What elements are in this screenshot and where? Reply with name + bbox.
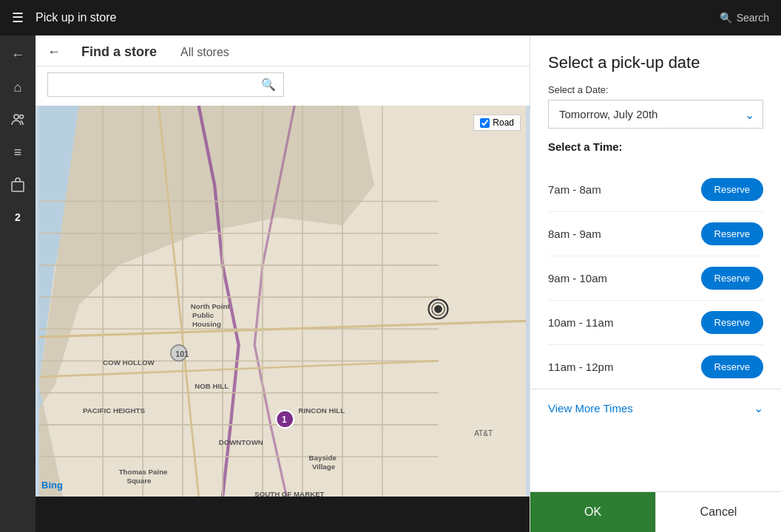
store-search-icon: 🔍 [261,78,276,92]
bing-logo: Bing [41,480,63,491]
svg-text:Bayside: Bayside [309,454,337,462]
top-search-area[interactable]: 🔍 Search [720,12,769,24]
svg-text:SOUTH OF MARKET: SOUTH OF MARKET [254,490,324,497]
att-label: AT&T [474,429,493,437]
sidebar-back-icon[interactable]: ← [4,41,31,68]
road-checkbox[interactable] [480,118,490,128]
search-bar-row: 🔍 [36,66,530,106]
main-layout: ← ⌂ ≡ 2 ← Find a store All stores [0,35,781,532]
hamburger-menu-icon[interactable]: ☰ [12,10,24,26]
reserve-button-2[interactable]: Reserve [701,267,763,290]
store-header: ← Find a store All stores [36,35,530,66]
svg-text:Public: Public [192,311,214,319]
svg-text:Village: Village [312,463,336,471]
time-text-1: 8am - 9am [548,228,601,240]
sidebar: ← ⌂ ≡ 2 [0,35,36,532]
svg-text:COW HOLLOW: COW HOLLOW [103,358,155,366]
svg-text:101: 101 [175,349,189,358]
sidebar-bag-icon[interactable] [4,171,31,198]
sidebar-home-icon[interactable]: ⌂ [4,74,31,100]
sidebar-people-icon[interactable] [4,106,31,133]
svg-text:DOWNTOWN: DOWNTOWN [219,438,263,446]
search-label: Search [737,12,769,24]
reserve-button-3[interactable]: Reserve [701,311,763,334]
store-search-input[interactable] [55,79,261,91]
time-slot-row-0: 7am - 8am Reserve [548,168,763,212]
time-text-3: 10am - 11am [548,316,613,329]
svg-text:RINCON HILL: RINCON HILL [299,406,345,415]
svg-text:NOB HILL: NOB HILL [195,382,229,390]
app-title: Pick up in store [36,11,720,24]
map-svg: COW HOLLOW PACIFIC HEIGHTS NOB HILL DOWN… [36,106,530,497]
svg-text:1: 1 [282,415,287,425]
panel-footer: OK Cancel [530,491,781,532]
bottom-bar [36,497,530,532]
date-section-label: Select a Date: [548,84,763,95]
time-slot-row-2: 9am - 10am Reserve [548,256,763,301]
time-slot-row-4: 11am - 12pm Reserve [548,345,763,389]
reserve-button-1[interactable]: Reserve [701,222,763,245]
date-select-wrapper[interactable]: Tomorrow, July 20th Monday, July 21st Tu… [548,100,763,129]
search-icon: 🔍 [720,12,732,24]
sidebar-number-2: 2 [4,204,31,231]
view-more-chevron-icon: ⌄ [754,401,763,415]
panel-header: Select a pick-up date Select a Date: Tom… [530,35,781,168]
time-text-0: 7am - 8am [548,183,601,196]
all-stores-label[interactable]: All stores [180,46,229,59]
map-area: Road [36,106,530,497]
svg-text:Thomas Paine: Thomas Paine [119,468,168,476]
time-text-2: 9am - 10am [548,272,607,284]
time-slot-row-1: 8am - 9am Reserve [548,212,763,256]
reserve-button-4[interactable]: Reserve [701,355,763,378]
top-bar: ☰ Pick up in store 🔍 Search [0,0,781,35]
svg-point-0 [14,115,18,119]
road-label: Road [493,117,514,128]
svg-text:PACIFIC HEIGHTS: PACIFIC HEIGHTS [83,406,145,415]
find-store-label: Find a store [81,44,157,60]
time-slots-container: 7am - 8am Reserve 8am - 9am Reserve 9am … [530,168,781,389]
view-more-row[interactable]: View More Times ⌄ [530,389,781,427]
cancel-button[interactable]: Cancel [655,492,781,532]
content-area: ← Find a store All stores 🔍 Road [36,35,530,532]
svg-rect-2 [12,182,24,191]
store-back-button[interactable]: ← [47,44,61,60]
svg-text:Square: Square [126,477,151,485]
reserve-button-0[interactable]: Reserve [701,178,763,201]
store-search-box[interactable]: 🔍 [47,72,284,97]
panel-title: Select a pick-up date [548,53,763,72]
time-text-4: 11am - 12pm [548,361,613,373]
sidebar-menu-icon[interactable]: ≡ [4,139,31,166]
road-badge[interactable]: Road [473,115,521,131]
view-more-label: View More Times [548,402,633,415]
time-slot-row-3: 10am - 11am Reserve [548,301,763,345]
date-select[interactable]: Tomorrow, July 20th Monday, July 21st Tu… [548,100,763,129]
bing-text: Bing [41,480,63,491]
svg-text:North Point: North Point [191,302,231,310]
svg-text:Housing: Housing [192,320,221,328]
svg-point-1 [20,115,24,119]
time-section-label: Select a Time: [548,140,763,153]
right-panel: Select a pick-up date Select a Date: Tom… [530,35,781,532]
svg-point-47 [434,305,442,313]
ok-button[interactable]: OK [530,492,655,532]
